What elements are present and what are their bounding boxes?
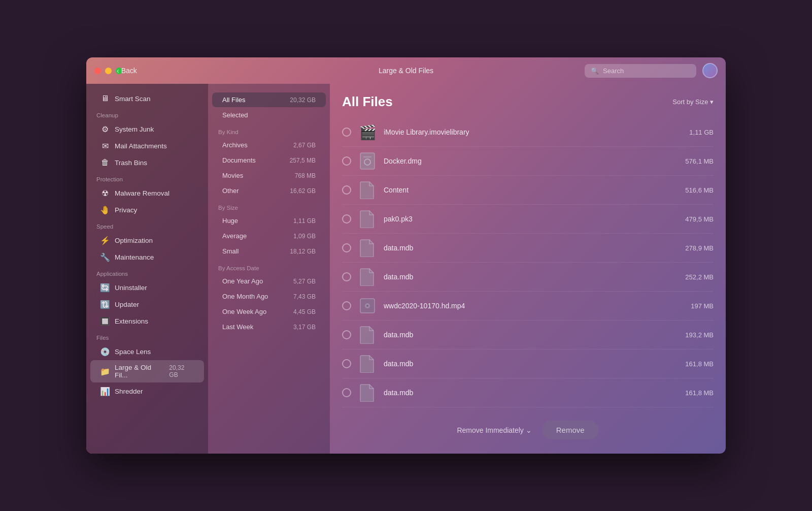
filter-last-week[interactable]: Last Week 3,17 GB — [212, 320, 326, 334]
file-checkbox[interactable] — [342, 127, 351, 137]
extensions-icon: 🔲 — [100, 316, 110, 326]
remove-button[interactable]: Remove — [542, 421, 599, 439]
window-title: Large & Old Files — [379, 67, 433, 75]
sidebar-item-mail-attachments[interactable]: ✉ Mail Attachments — [90, 138, 204, 154]
filter-one-month-ago[interactable]: One Month Ago 7,43 GB — [212, 289, 326, 304]
sidebar-item-label: Uninstaller — [115, 284, 147, 292]
filter-size: 2,67 GB — [293, 142, 316, 149]
sort-button[interactable]: Sort by Size ▾ — [672, 98, 714, 106]
search-input[interactable] — [603, 67, 690, 75]
file-checkbox[interactable] — [342, 243, 351, 252]
file-icon-generic — [358, 181, 377, 199]
sidebar-item-label: Optimization — [115, 237, 153, 244]
filter-one-week-ago[interactable]: One Week Ago 4,45 GB — [212, 304, 326, 319]
maintenance-icon: 🔧 — [100, 252, 110, 262]
sidebar-item-large-old-files[interactable]: 📁 Large & Old Fil... 20,32 GB — [90, 360, 204, 382]
avatar[interactable] — [702, 63, 718, 78]
file-checkbox[interactable] — [342, 156, 351, 166]
file-icon-pak — [358, 210, 377, 228]
file-name: data.mdb — [384, 244, 666, 252]
filter-label: One Month Ago — [222, 293, 268, 300]
filter-size: 1,11 GB — [293, 217, 316, 225]
filter-other[interactable]: Other 16,62 GB — [212, 183, 326, 198]
minimize-button[interactable] — [105, 68, 112, 74]
sidebar-item-malware-removal[interactable]: ☢ Malware Removal — [90, 185, 204, 201]
filter-size: 20,32 GB — [290, 97, 316, 104]
sidebar-item-label: Smart Scan — [115, 95, 151, 103]
filter-size: 768 MB — [295, 172, 316, 179]
file-checkbox[interactable] — [342, 388, 351, 397]
sidebar-item-system-junk[interactable]: ⚙ System Junk — [90, 121, 204, 137]
sidebar-item-maintenance[interactable]: 🔧 Maintenance — [90, 249, 204, 265]
filter-archives[interactable]: Archives 2,67 GB — [212, 138, 326, 152]
sidebar-item-privacy[interactable]: 🤚 Privacy — [90, 202, 204, 218]
sidebar-item-label: Trash Bins — [115, 159, 147, 167]
table-row[interactable]: Docker.dmg 576,1 MB — [342, 147, 714, 176]
filter-label: Selected — [222, 111, 248, 119]
filter-average[interactable]: Average 1,09 GB — [212, 229, 326, 243]
filter-all-files[interactable]: All Files 20,32 GB — [212, 92, 326, 107]
filter-selected[interactable]: Selected — [212, 108, 326, 122]
file-size: 1,11 GB — [673, 129, 714, 136]
sidebar-item-extensions[interactable]: 🔲 Extensions — [90, 313, 204, 329]
sidebar-item-shredder[interactable]: 📊 Shredder — [90, 383, 204, 399]
sidebar-item-space-lens[interactable]: 💿 Space Lens — [90, 343, 204, 360]
sidebar-item-uninstaller[interactable]: 🔄 Uninstaller — [90, 279, 204, 296]
file-checkbox[interactable] — [342, 214, 351, 223]
table-row[interactable]: data.mdb 193,2 MB — [342, 321, 714, 349]
sidebar-item-label: Extensions — [115, 317, 148, 325]
sidebar-item-updater[interactable]: 🔃 Updater — [90, 296, 204, 312]
sidebar-item-smart-scan[interactable]: 🖥 Smart Scan — [90, 90, 204, 107]
sidebar-item-optimization[interactable]: ⚡ Optimization — [90, 232, 204, 248]
filter-label: One Year Ago — [222, 277, 263, 285]
sidebar-item-trash-bins[interactable]: 🗑 Trash Bins — [90, 154, 204, 171]
table-row[interactable]: Content 516,6 MB — [342, 176, 714, 205]
table-row[interactable]: data.mdb 161,8 MB — [342, 378, 714, 407]
file-checkbox[interactable] — [342, 272, 351, 281]
search-icon: 🔍 — [591, 67, 599, 75]
file-size: 576,1 MB — [673, 157, 714, 165]
sidebar-item-label: Large & Old Fil... — [115, 364, 164, 379]
file-checkbox[interactable] — [342, 330, 351, 339]
file-checkbox[interactable] — [342, 185, 351, 195]
sidebar-item-label: Maintenance — [115, 253, 154, 261]
file-icon-dmg — [358, 152, 377, 170]
titlebar: ‹ Back Large & Old Files 🔍 — [86, 57, 726, 84]
back-button[interactable]: ‹ Back — [117, 67, 137, 75]
filter-small[interactable]: Small 18,12 GB — [212, 244, 326, 259]
filter-documents[interactable]: Documents 257,5 MB — [212, 153, 326, 168]
table-row[interactable]: data.mdb 161,8 MB — [342, 349, 714, 378]
file-name: pak0.pk3 — [384, 215, 666, 223]
table-row[interactable]: data.mdb 278,9 MB — [342, 234, 714, 263]
file-icon-mdb2 — [358, 268, 377, 286]
sidebar-section-speed: Speed — [86, 218, 208, 232]
chevron-left-icon: ‹ — [117, 67, 119, 75]
table-row[interactable]: wwdc2020-10170.hd.mp4 197 MB — [342, 292, 714, 321]
space-lens-icon: 💿 — [100, 347, 110, 356]
sidebar-item-label: Space Lens — [115, 348, 151, 356]
filter-size: 257,5 MB — [290, 157, 316, 164]
file-size: 252,2 MB — [673, 273, 714, 281]
filter-section-by-size: By Size — [208, 199, 330, 213]
table-row[interactable]: pak0.pk3 479,5 MB — [342, 205, 714, 234]
filter-label: Huge — [222, 217, 238, 225]
filter-size: 1,09 GB — [293, 233, 316, 240]
close-button[interactable] — [94, 68, 101, 74]
sidebar: 🖥 Smart Scan Cleanup ⚙ System Junk ✉ Mai… — [86, 84, 208, 454]
file-checkbox[interactable] — [342, 301, 351, 310]
titlebar-right: 🔍 — [585, 63, 718, 78]
file-checkbox[interactable] — [342, 359, 351, 368]
filter-label: Small — [222, 247, 239, 255]
search-box[interactable]: 🔍 — [585, 64, 696, 78]
filter-huge[interactable]: Huge 1,11 GB — [212, 213, 326, 228]
file-icon-movie: 🎬 — [358, 123, 377, 141]
remove-dropdown[interactable]: Remove Immediately ⌄ — [457, 426, 531, 434]
table-row[interactable]: 🎬 iMovie Library.imovielibrary 1,11 GB — [342, 118, 714, 147]
table-row[interactable]: data.mdb 252,2 MB — [342, 263, 714, 292]
filter-movies[interactable]: Movies 768 MB — [212, 168, 326, 183]
file-icon-mdb3 — [358, 326, 377, 344]
filter-one-year-ago[interactable]: One Year Ago 5,27 GB — [212, 274, 326, 289]
folder-icon: 📁 — [100, 367, 110, 376]
file-name: Docker.dmg — [384, 157, 666, 165]
file-size: 516,6 MB — [673, 186, 714, 194]
